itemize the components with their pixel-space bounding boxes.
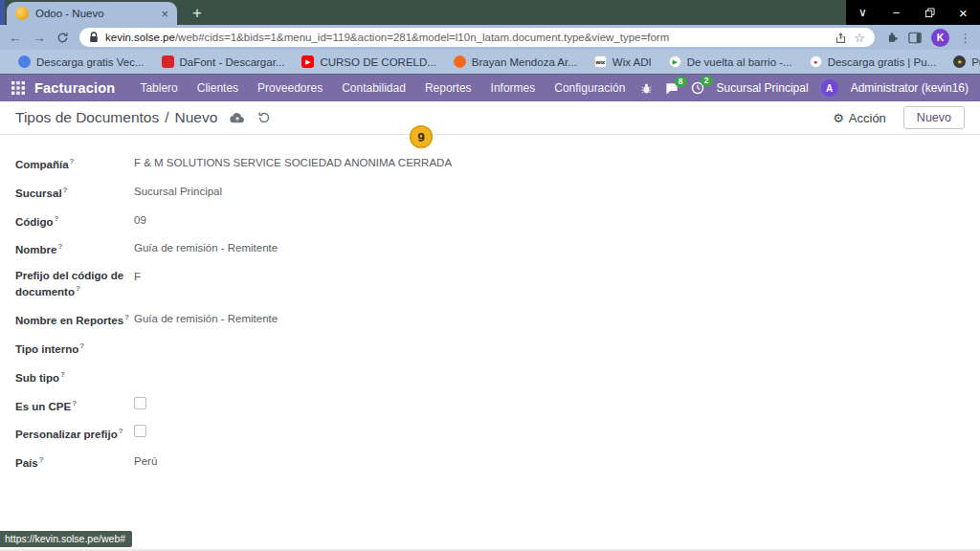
activities-badge: 2 bbox=[701, 76, 713, 86]
minimize-button[interactable]: – bbox=[880, 0, 913, 25]
field-value[interactable]: F & M SOLUTIONS SERVICE SOCIEDAD ANONIMA… bbox=[134, 155, 452, 169]
field-value[interactable]: F bbox=[134, 269, 141, 283]
bookmark-item[interactable]: ▶ CURSO DE CORELD... bbox=[293, 55, 444, 68]
field-help-hint: ? bbox=[39, 455, 44, 464]
bookmark-label: Descarga gratis | Pu... bbox=[828, 56, 937, 68]
field-value[interactable]: Perú bbox=[134, 453, 157, 468]
bookmark-star-icon[interactable]: ☆ bbox=[854, 32, 865, 44]
app-name[interactable]: Facturacion bbox=[34, 80, 115, 96]
debug-bug-icon[interactable] bbox=[640, 82, 653, 95]
user-menu[interactable]: Administrator (kevin16) bbox=[851, 81, 969, 95]
bookmark-item[interactable]: wix Wix ADI bbox=[586, 55, 660, 68]
forward-icon[interactable]: → bbox=[33, 31, 46, 44]
new-button[interactable]: Nuevo bbox=[903, 106, 965, 129]
browser-toolbar: ← → kevin.solse.pe/web#cids=1&bids=1&men… bbox=[0, 25, 980, 50]
field-label: Personalizar prefijo? bbox=[15, 425, 134, 441]
side-panel-icon[interactable] bbox=[908, 32, 922, 44]
bookmark-favicon-icon bbox=[454, 55, 466, 68]
save-cloud-icon[interactable] bbox=[230, 112, 245, 123]
bookmark-label: Punto de venta Ven... bbox=[971, 56, 980, 68]
url-text: kevin.solse.pe/web#cids=1&bids=1&menu_id… bbox=[105, 32, 828, 43]
bookmark-favicon-icon bbox=[162, 55, 174, 68]
share-icon[interactable] bbox=[835, 32, 847, 44]
field-label: Nombre en Reportes? bbox=[15, 311, 134, 327]
form-field-row: Es un CPE? bbox=[15, 397, 965, 413]
profile-avatar[interactable]: K bbox=[931, 29, 949, 47]
field-help-hint: ? bbox=[124, 313, 129, 321]
bookmark-favicon-icon: wix bbox=[594, 55, 607, 68]
user-avatar[interactable]: A bbox=[821, 79, 838, 97]
field-checkbox[interactable] bbox=[134, 425, 146, 437]
field-help-hint: ? bbox=[76, 284, 80, 293]
nav-menu-item[interactable]: Reportes bbox=[415, 81, 481, 95]
apps-grid-icon[interactable] bbox=[11, 81, 25, 95]
control-panel-right: ⚙ Acción Nuevo bbox=[833, 106, 965, 129]
messages-icon[interactable]: 8 bbox=[665, 82, 679, 95]
reload-icon[interactable] bbox=[56, 32, 69, 44]
form-field-row: Sucursal? Sucursal Principal bbox=[15, 184, 965, 200]
back-icon[interactable]: ← bbox=[9, 31, 22, 44]
new-tab-button[interactable]: + bbox=[192, 5, 202, 21]
gear-icon: ⚙ bbox=[833, 111, 844, 125]
form-field-row: Compañía? F & M SOLUTIONS SERVICE SOCIED… bbox=[15, 155, 965, 171]
annotation-marker-9: 9 bbox=[410, 125, 433, 148]
nav-menu-item[interactable]: Clientes bbox=[188, 81, 248, 95]
nav-menu-item[interactable]: Informes bbox=[481, 81, 546, 95]
field-checkbox[interactable] bbox=[134, 397, 146, 409]
chrome-menu-icon[interactable]: ⋮ bbox=[959, 31, 971, 45]
activities-clock-icon[interactable]: 2 bbox=[691, 81, 704, 95]
field-value[interactable]: Guía de remisión - Remitente bbox=[134, 311, 278, 325]
breadcrumb-parent[interactable]: Tipos de Documentos bbox=[15, 109, 159, 126]
field-value[interactable]: 09 bbox=[134, 212, 146, 227]
bookmarks-bar: Descarga gratis Vec... DaFont - Descarga… bbox=[0, 50, 980, 75]
bookmark-favicon-icon: ▶ bbox=[669, 55, 681, 68]
bookmark-label: De vuelta al barrio -... bbox=[687, 56, 792, 68]
field-help-hint: ? bbox=[70, 157, 75, 165]
action-menu[interactable]: ⚙ Acción bbox=[833, 111, 886, 125]
form-field-row: Tipo interno? bbox=[15, 340, 965, 356]
link-status-tooltip: https://kevin.solse.pe/web# bbox=[0, 531, 132, 547]
bookmark-favicon-icon: ★ bbox=[953, 55, 966, 68]
form-field-row: Sub tipo? bbox=[15, 368, 965, 385]
bookmark-label: Brayan Mendoza Ar... bbox=[472, 56, 577, 68]
field-label: Nombre? bbox=[15, 240, 134, 256]
nav-menu-item[interactable]: Tablero bbox=[130, 81, 187, 95]
form-field-row: País? Perú bbox=[15, 453, 965, 470]
bookmark-item[interactable]: ▶ De vuelta al barrio -... bbox=[660, 55, 801, 68]
bookmark-label: Wix ADI bbox=[612, 56, 652, 68]
nav-menu-item[interactable]: Contabilidad bbox=[332, 81, 415, 95]
tab-search-chevron-icon[interactable]: ∨ bbox=[846, 0, 880, 25]
bookmark-item[interactable]: Brayan Mendoza Ar... bbox=[445, 55, 586, 68]
bookmark-favicon-icon: ▶ bbox=[301, 55, 314, 68]
field-value[interactable]: Guía de remisión - Remitente bbox=[134, 240, 278, 254]
lock-icon bbox=[89, 32, 99, 43]
field-label: Prefijo del código de documento? bbox=[15, 269, 134, 298]
field-label: Sub tipo? bbox=[15, 368, 134, 385]
url-path: /web#cids=1&bids=1&menu_id=119&action=28… bbox=[175, 32, 669, 43]
field-help-hint: ? bbox=[79, 342, 84, 350]
field-help-hint: ? bbox=[63, 186, 68, 194]
branch-selector[interactable]: Sucursal Principal bbox=[717, 81, 809, 95]
bookmark-item[interactable]: ★ Punto de venta Ven... bbox=[945, 55, 980, 68]
breadcrumb: Tipos de Documentos / Nuevo bbox=[15, 109, 217, 126]
nav-menu-item[interactable]: Configuración bbox=[545, 81, 635, 95]
bookmark-item[interactable]: DaFont - Descargar... bbox=[153, 55, 294, 68]
nav-menu-item[interactable]: Proveedores bbox=[248, 81, 332, 95]
tab-close-icon[interactable]: × bbox=[161, 8, 168, 20]
address-bar[interactable]: kevin.solse.pe/web#cids=1&bids=1&menu_id… bbox=[79, 28, 875, 47]
window-controls: ∨ – × bbox=[846, 0, 980, 25]
field-help-hint: ? bbox=[57, 242, 62, 251]
field-label: Sucursal? bbox=[15, 184, 134, 200]
browser-tab[interactable]: Odoo - Nuevo × bbox=[7, 2, 177, 25]
restore-button[interactable] bbox=[913, 0, 947, 25]
form-field-row: Nombre? Guía de remisión - Remitente bbox=[15, 240, 965, 256]
document-type-form: Compañía? F & M SOLUTIONS SERVICE SOCIED… bbox=[0, 135, 980, 470]
close-button[interactable]: × bbox=[947, 0, 980, 25]
bookmark-item[interactable]: Descarga gratis Vec... bbox=[10, 55, 153, 68]
bookmark-item[interactable]: ● Descarga gratis | Pu... bbox=[801, 55, 946, 68]
discard-undo-icon[interactable] bbox=[257, 111, 271, 124]
field-value[interactable]: Sucursal Principal bbox=[134, 184, 222, 198]
field-help-hint: ? bbox=[60, 370, 65, 379]
extensions-puzzle-icon[interactable] bbox=[885, 31, 899, 44]
url-domain: kevin.solse.pe bbox=[105, 32, 175, 43]
